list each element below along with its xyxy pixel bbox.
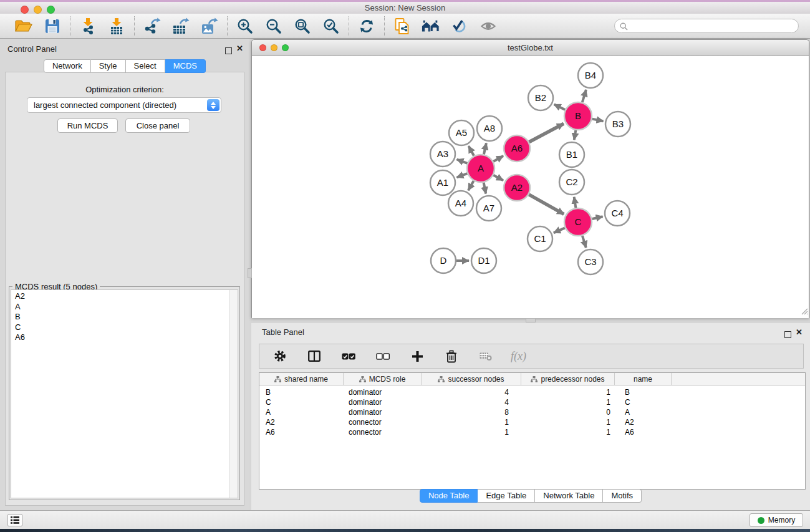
graph-edge-C-C2[interactable] bbox=[574, 197, 576, 208]
select-all-rows-icon[interactable] bbox=[339, 347, 358, 365]
mcds-result-item[interactable]: A2 bbox=[11, 291, 238, 302]
graph-edge-A-A1[interactable] bbox=[457, 173, 468, 177]
zoom-network-button[interactable] bbox=[282, 44, 289, 51]
vertical-split-handle[interactable] bbox=[248, 268, 252, 278]
column-header-shared-name[interactable]: shared name bbox=[259, 373, 344, 385]
graph-edge-C-C1[interactable] bbox=[554, 228, 565, 233]
graph-edge-A-A7[interactable] bbox=[484, 183, 486, 194]
tab-node-table[interactable]: Node Table bbox=[420, 489, 478, 503]
resize-grip-icon[interactable] bbox=[800, 306, 808, 317]
graph-edge-C-C4[interactable] bbox=[592, 216, 603, 219]
import-table-icon[interactable] bbox=[107, 17, 126, 36]
float-table-panel-icon[interactable] bbox=[784, 329, 791, 341]
zoom-selected-icon[interactable] bbox=[322, 17, 340, 36]
column-visibility-icon[interactable] bbox=[305, 347, 324, 365]
close-window-button[interactable] bbox=[21, 6, 29, 14]
table-row[interactable]: Adominator80A bbox=[259, 407, 805, 417]
tab-select[interactable]: Select bbox=[126, 59, 165, 73]
graph-edge-A-A3[interactable] bbox=[457, 160, 468, 163]
mcds-result-list[interactable]: A2ABCA6 bbox=[11, 289, 238, 498]
run-mcds-button[interactable]: Run MCDS bbox=[57, 118, 118, 133]
open-session-icon[interactable] bbox=[14, 17, 33, 36]
column-header-mcds-role[interactable]: MCDS role bbox=[344, 373, 422, 385]
table-cell: C bbox=[259, 398, 344, 407]
mcds-result-item[interactable]: A6 bbox=[11, 332, 238, 343]
tab-edge-table[interactable]: Edge Table bbox=[478, 489, 535, 503]
close-table-panel-icon[interactable]: ✕ bbox=[796, 328, 803, 336]
graph-edge-A-A4[interactable] bbox=[468, 181, 474, 190]
graph-edge-B-B4[interactable] bbox=[582, 90, 586, 102]
column-header-successor-nodes[interactable]: successor nodes bbox=[422, 373, 521, 385]
tab-network-table[interactable]: Network Table bbox=[535, 489, 603, 503]
column-header-predecessor-nodes[interactable]: predecessor nodes bbox=[521, 373, 615, 385]
apply-layout-icon[interactable] bbox=[357, 17, 376, 36]
table-cell: A2 bbox=[259, 418, 344, 427]
network-canvas[interactable]: AA1A2A3A4A5A6A7A8BB1B2B3B4CC1C2C3C4DD1 bbox=[252, 56, 809, 318]
float-panel-icon[interactable] bbox=[225, 46, 232, 57]
close-panel-button[interactable]: Close panel bbox=[125, 118, 190, 133]
minimize-network-button[interactable] bbox=[271, 44, 277, 51]
show-graphics-details-icon[interactable] bbox=[450, 17, 469, 36]
graph-edge-A-A6[interactable] bbox=[493, 156, 503, 162]
column-header-label: predecessor nodes bbox=[541, 375, 604, 384]
graph-node-label: B1 bbox=[566, 149, 577, 160]
table-panel: Table Panel ✕ f(x) shared nameMCDS roles… bbox=[251, 323, 810, 510]
tab-style[interactable]: Style bbox=[91, 59, 126, 73]
eye-icon[interactable] bbox=[479, 17, 498, 36]
save-session-icon[interactable] bbox=[43, 17, 62, 36]
horizontal-split-handle[interactable] bbox=[526, 318, 536, 322]
graph-edge-A6-B[interactable] bbox=[529, 123, 564, 142]
graph-edge-A2-C[interactable] bbox=[529, 195, 564, 215]
export-network-icon[interactable] bbox=[143, 17, 162, 36]
tab-mcds[interactable]: MCDS bbox=[165, 59, 206, 73]
memory-button[interactable]: Memory bbox=[750, 513, 803, 527]
table-cell: 4 bbox=[422, 388, 521, 397]
deselect-all-rows-icon[interactable] bbox=[374, 347, 392, 365]
close-panel-icon[interactable]: ✕ bbox=[236, 44, 243, 52]
window-titlebar[interactable]: Session: New Session bbox=[0, 2, 810, 14]
import-network-icon[interactable] bbox=[79, 17, 97, 36]
minimize-window-button[interactable] bbox=[34, 6, 42, 14]
table-settings-gear-icon[interactable] bbox=[271, 347, 289, 365]
delete-column-trash-icon[interactable] bbox=[442, 347, 461, 365]
graph-edge-C-C3[interactable] bbox=[582, 236, 586, 248]
table-row[interactable]: A2connector11A2 bbox=[259, 417, 805, 427]
add-column-icon[interactable] bbox=[408, 347, 427, 365]
task-history-button[interactable] bbox=[7, 514, 22, 526]
home-icon[interactable] bbox=[422, 17, 440, 36]
table-row[interactable]: Bdominator41B bbox=[259, 387, 805, 397]
table-row[interactable]: A6connector11A6 bbox=[259, 427, 805, 437]
close-network-button[interactable] bbox=[259, 44, 266, 51]
network-window-titlebar[interactable]: testGlobe.txt bbox=[252, 40, 809, 56]
delete-table-icon[interactable] bbox=[476, 347, 495, 365]
tab-motifs[interactable]: Motifs bbox=[603, 489, 642, 503]
graph-edge-A-A2[interactable] bbox=[493, 175, 503, 180]
graph-edge-A-A8[interactable] bbox=[484, 143, 486, 154]
column-header-label: shared name bbox=[284, 375, 328, 384]
mcds-result-item[interactable]: B bbox=[11, 312, 238, 322]
function-builder-icon[interactable]: f(x) bbox=[511, 350, 526, 363]
mcds-result-item[interactable]: A bbox=[11, 302, 238, 312]
tab-network[interactable]: Network bbox=[44, 59, 91, 73]
table-body: Bdominator41BCdominator41CAdominator80AA… bbox=[259, 385, 805, 437]
mcds-result-item[interactable]: C bbox=[11, 322, 238, 333]
scrollbar-track[interactable] bbox=[229, 290, 238, 498]
zoom-in-icon[interactable] bbox=[236, 17, 254, 36]
new-network-icon[interactable] bbox=[393, 17, 412, 36]
search-input[interactable] bbox=[614, 19, 799, 33]
export-image-icon[interactable] bbox=[200, 17, 219, 36]
column-header-name[interactable]: name bbox=[615, 373, 672, 385]
graph-edge-B-B1[interactable] bbox=[574, 130, 576, 140]
export-table-icon[interactable] bbox=[171, 17, 190, 36]
zoom-out-icon[interactable] bbox=[264, 17, 283, 36]
zoom-window-button[interactable] bbox=[47, 6, 55, 14]
table-row[interactable]: Cdominator41C bbox=[259, 397, 805, 407]
graph-edge-A-A5[interactable] bbox=[469, 146, 475, 156]
optimization-criterion-select[interactable]: largest connected component (directed) bbox=[27, 97, 221, 113]
zoom-fit-icon[interactable] bbox=[293, 17, 312, 36]
graph-edge-B-B3[interactable] bbox=[592, 119, 604, 122]
graph-node-label: B4 bbox=[585, 70, 596, 80]
table-cell: dominator bbox=[344, 398, 422, 407]
graph-edge-B-B2[interactable] bbox=[554, 104, 566, 110]
control-panel-title: Control Panel bbox=[7, 44, 57, 54]
